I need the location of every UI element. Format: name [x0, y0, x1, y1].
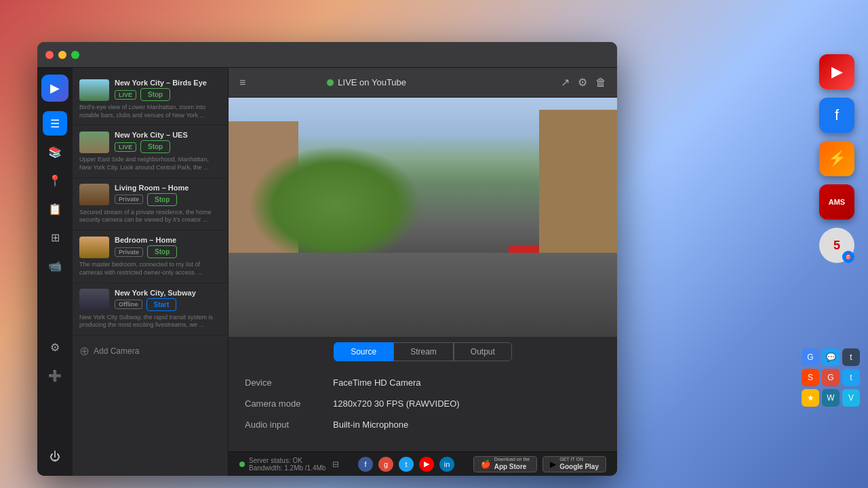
camera-status-row: Private Stop [115, 245, 221, 258]
settings-button[interactable]: ⚙ [578, 76, 587, 89]
camera-name: Living Room – Home [115, 184, 221, 192]
mini-star-icon[interactable]: ★ [802, 389, 819, 407]
stop-button[interactable]: Stop [140, 140, 170, 153]
list-icon: 📋 [48, 203, 62, 216]
sidebar-item-settings[interactable]: ⚙ [43, 335, 67, 359]
building-right [539, 110, 617, 253]
mini-chat-icon[interactable]: 💬 [822, 348, 840, 366]
device-row: Device FaceTime HD Camera [245, 378, 601, 388]
bandwidth-text: Bandwidth: 1.2Mb /1.4Mb [249, 464, 326, 472]
camera-info: Living Room – Home Private Stop [115, 184, 221, 206]
device-label: Device [245, 378, 333, 388]
camera-thumbnail [79, 289, 109, 310]
camera-info: Bedroom – Home Private Stop [115, 236, 221, 258]
google-play-badge[interactable]: ▶ GET IT ON Google Play [542, 456, 606, 472]
mini-vimeo-icon[interactable]: V [842, 389, 860, 407]
sidebar-item-power[interactable]: ⏻ [43, 445, 67, 469]
camera-thumbnail [79, 131, 109, 153]
ams-app-icon[interactable]: AMS [819, 184, 854, 220]
delete-button[interactable]: 🗑 [595, 76, 606, 89]
status-badge: Private [115, 247, 143, 257]
mini-google2-icon[interactable]: G [822, 369, 840, 386]
app-logo[interactable]: ▶ [41, 75, 68, 102]
camera-item-header: Bedroom – Home Private Stop [79, 236, 221, 258]
red-stripe [509, 246, 540, 253]
mini-row-1: G 💬 t [802, 348, 860, 366]
device-value: FaceTime HD Camera [333, 378, 421, 388]
server-status-dot [239, 462, 245, 467]
youtube-social-icon[interactable]: ▶ [419, 457, 434, 472]
camera-item-header: New York City – UES LIVE Stop [79, 131, 221, 153]
street-scene [229, 98, 617, 337]
camera-item[interactable]: New York City – Birds Eye LIVE Stop Bird… [73, 73, 228, 125]
camera-status-row: LIVE Stop [115, 140, 221, 153]
right-sidebar: ▶ f ⚡ AMS 5 🎯 [819, 54, 854, 263]
sidebar-item-grid[interactable]: ⊞ [43, 225, 67, 249]
server-status-text: Server status: OK Bandwidth: 1.2Mb /1.4M… [249, 457, 326, 472]
app-window: ▶ ☰ 📚 📍 📋 ⊞ 📹 ⚙ ➕ [37, 42, 617, 476]
camera-status-row: Offline Start [115, 298, 221, 311]
mini-twitter-icon[interactable]: t [842, 369, 860, 386]
camera-item-header: New York City, Subway Offline Start [79, 289, 221, 311]
mini-google-icon[interactable]: G [802, 348, 819, 366]
camera-item[interactable]: Bedroom – Home Private Stop The master b… [73, 230, 228, 283]
mini-reddit-icon[interactable]: S [802, 369, 819, 386]
stop-button[interactable]: Stop [140, 88, 170, 101]
youtube-icon: ▶ [831, 63, 843, 81]
youtube-app-icon[interactable]: ▶ [819, 54, 854, 89]
camera-info: New York City – Birds Eye LIVE Stop [115, 79, 221, 101]
live-status-text: LIVE on YouTube [338, 77, 406, 87]
road [229, 253, 617, 337]
camera-description: Secured stream of a private residence, t… [79, 209, 221, 224]
source-details: Device FaceTime HD Camera Camera mode 12… [229, 367, 617, 451]
s5-badge-icon: 🎯 [845, 254, 852, 260]
mini-row-2: S G t [802, 369, 860, 386]
video-preview [229, 98, 617, 337]
camera-item[interactable]: Living Room – Home Private Stop Secured … [73, 178, 228, 230]
minimize-button[interactable] [58, 51, 66, 59]
tab-stream[interactable]: Stream [393, 342, 454, 361]
s5-container: 5 🎯 [819, 228, 854, 263]
google-social-icon[interactable]: g [378, 457, 393, 472]
close-button[interactable] [45, 51, 54, 59]
ams-label: AMS [829, 198, 845, 206]
title-bar [37, 42, 617, 68]
facebook-social-icon[interactable]: f [358, 457, 373, 472]
audio-input-row: Audio input Built-in Microphone [245, 420, 601, 430]
camera-mode-row: Camera mode 868x488 30 FPS (RAWVIDEO) [245, 399, 601, 409]
camera-item[interactable]: New York City – UES LIVE Stop Upper East… [73, 125, 228, 178]
sidebar-item-location[interactable]: 📍 [43, 168, 67, 192]
menu-icon[interactable]: ≡ [239, 77, 245, 89]
share-button[interactable]: ↗ [561, 76, 570, 89]
camera-item[interactable]: New York City, Subway Offline Start New … [73, 283, 228, 336]
fullscreen-button[interactable] [71, 51, 79, 59]
sidebar-item-streams[interactable]: ☰ [43, 111, 67, 136]
lightning-app-icon[interactable]: ⚡ [819, 141, 854, 176]
sidebar-item-library[interactable]: 📚 [43, 140, 67, 164]
sidebar-item-list[interactable]: 📋 [43, 197, 67, 221]
google-play-icon: ▶ [550, 460, 556, 469]
camera-thumbnail [79, 184, 109, 205]
facebook-app-icon[interactable]: f [819, 98, 854, 133]
video-icon: 📹 [48, 260, 62, 272]
stop-button[interactable]: Stop [147, 245, 177, 258]
tab-output[interactable]: Output [454, 342, 512, 361]
camera-mode-label: Camera mode [245, 399, 333, 409]
mini-wordpress-icon[interactable]: W [822, 389, 840, 407]
traffic-lights [45, 51, 79, 59]
add-camera-button[interactable]: ⊕ Add Camera [73, 336, 228, 367]
top-bar-actions: ↗ ⚙ 🗑 [561, 76, 606, 89]
linkedin-social-icon[interactable]: in [439, 457, 454, 472]
start-button[interactable]: Start [146, 298, 177, 311]
twitter-social-icon[interactable]: t [399, 457, 414, 472]
sidebar-item-plus[interactable]: ➕ [43, 363, 67, 388]
live-indicator: LIVE on YouTube [327, 77, 406, 87]
app-store-badge[interactable]: 🍎 Download on the App Store [473, 456, 538, 472]
camera-info: New York City – UES LIVE Stop [115, 131, 221, 153]
mini-tumblr-icon[interactable]: t [842, 348, 860, 366]
stop-button[interactable]: Stop [147, 193, 177, 206]
sidebar-item-video[interactable]: 📹 [43, 253, 67, 278]
tab-source[interactable]: Source [334, 342, 393, 361]
camera-name: New York City, Subway [115, 289, 221, 297]
sidebar-icons: ▶ ☰ 📚 📍 📋 ⊞ 📹 ⚙ ➕ [37, 68, 73, 476]
